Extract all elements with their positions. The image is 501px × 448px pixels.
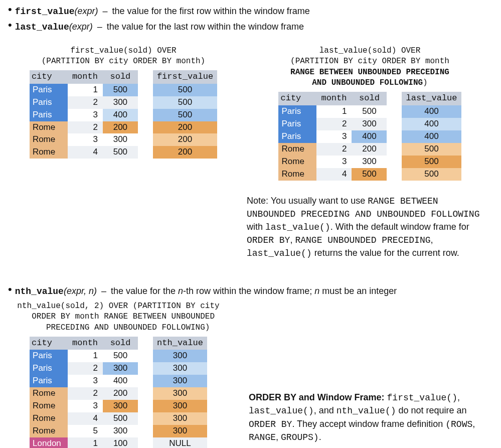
cell-city: Rome xyxy=(278,168,316,181)
bullet-dot-icon: • xyxy=(8,4,12,15)
footer-text: do not require an xyxy=(396,405,467,415)
cell-result: 300 xyxy=(153,387,207,400)
cell-month: 3 xyxy=(316,130,352,143)
table-row: Paris1500 xyxy=(30,350,138,362)
footer-code: first_value() xyxy=(387,393,457,403)
cell-result: 500 xyxy=(153,84,217,96)
th-first: first_value xyxy=(153,70,217,84)
cell-city: Rome xyxy=(278,143,316,156)
fn-name: first_value xyxy=(15,7,75,17)
first-value-input-table: city month sold Paris1500Paris2300Paris3… xyxy=(30,70,138,159)
dash: – xyxy=(101,286,106,296)
cell-sold: 500 xyxy=(352,168,387,181)
fn-desc: the value for the last row within the wi… xyxy=(107,22,304,32)
cell-month: 3 xyxy=(68,400,103,412)
cell-result: 400 xyxy=(402,105,461,118)
cell-result: 400 xyxy=(402,130,461,143)
cell-city: Rome xyxy=(30,400,68,412)
cell-city: Paris xyxy=(30,375,68,387)
note-code: last_value() xyxy=(247,248,312,258)
cell-sold: 500 xyxy=(103,412,138,425)
th-sold: sold xyxy=(352,92,387,105)
fn-desc-part: the value for the xyxy=(111,286,178,296)
table-row: Paris3400 xyxy=(30,109,138,121)
footer-code: GROUPS) xyxy=(281,432,319,442)
cell-city: Paris xyxy=(278,130,316,143)
cell-sold: 300 xyxy=(103,425,138,437)
last-value-input-table: city month sold Paris1500Paris2300Paris3… xyxy=(278,92,387,181)
th-city: city xyxy=(30,337,68,350)
cell-sold: 300 xyxy=(352,118,387,130)
table-row: Rome3300 xyxy=(278,156,387,168)
bullet-dot-icon: • xyxy=(8,284,12,295)
th-month: month xyxy=(68,70,103,84)
th-nth: nth_value xyxy=(153,337,207,350)
cell-result: 300 xyxy=(153,412,207,425)
cell-city: Paris xyxy=(30,362,68,375)
cell-result: 500 xyxy=(402,143,461,156)
cell-month: 2 xyxy=(68,387,103,400)
cell-result: 200 xyxy=(153,146,217,159)
footer-code: last_value() xyxy=(249,406,314,416)
cell-city: London xyxy=(30,437,68,448)
bullet-last-value: • last_value(expr) – the value for the l… xyxy=(8,21,493,33)
cell-city: Paris xyxy=(278,105,316,118)
table-row: 400 xyxy=(402,118,461,130)
nth-value-input-table: city month sold Paris1500Paris2300Paris3… xyxy=(30,337,138,448)
table-row: 200 xyxy=(153,133,217,146)
th-month: month xyxy=(316,92,352,105)
table-row: Rome4500 xyxy=(30,412,138,425)
cell-month: 1 xyxy=(68,350,103,362)
table-row: 500 xyxy=(402,168,461,181)
cell-result: 500 xyxy=(153,109,217,121)
table-row: Paris1500 xyxy=(278,105,387,118)
cell-month: 3 xyxy=(316,156,352,168)
cell-month: 3 xyxy=(68,133,103,146)
th-city: city xyxy=(278,92,316,105)
cell-city: Paris xyxy=(30,96,68,109)
table-row: Rome2200 xyxy=(30,121,138,134)
fn-arg: (expr) xyxy=(75,6,98,16)
cell-sold: 500 xyxy=(103,84,138,96)
last-value-tables: city month sold Paris1500Paris2300Paris3… xyxy=(247,92,493,181)
cell-month: 2 xyxy=(316,118,352,130)
footer-text: . They accept window frame definition xyxy=(292,419,445,429)
cell-sold: 100 xyxy=(103,437,138,448)
cell-month: 2 xyxy=(68,362,103,375)
cell-sold: 500 xyxy=(103,146,138,159)
th-city: city xyxy=(30,70,68,84)
cell-result: 300 xyxy=(153,362,207,375)
cell-city: Paris xyxy=(278,118,316,130)
cell-sold: 300 xyxy=(352,156,387,168)
caption-line-bold: AND UNBOUNDED FOLLOWING xyxy=(312,78,423,87)
last-value-example: last_value(sold) OVER (PARTITION BY city… xyxy=(247,46,493,260)
nth-value-example: nth_value(sold, 2) OVER (PARTITION BY ci… xyxy=(8,301,229,448)
table-row: 500 xyxy=(153,109,217,121)
n-italic: n xyxy=(314,286,319,296)
caption-line: (PARTITION BY city ORDER BY month xyxy=(290,57,449,66)
cell-sold: 400 xyxy=(103,375,138,387)
cell-month: 3 xyxy=(68,109,103,121)
table-row: 300 xyxy=(153,350,207,362)
cell-result: 200 xyxy=(153,133,217,146)
fn-desc-part: -th row within the window frame; xyxy=(183,286,314,296)
table-row: Rome2200 xyxy=(278,143,387,156)
cell-result: 300 xyxy=(153,350,207,362)
cell-city: Rome xyxy=(278,156,316,168)
footer-text: , xyxy=(472,419,475,429)
table-row: Rome4500 xyxy=(278,168,387,181)
fn-desc: the value for the first row within the w… xyxy=(112,6,310,16)
cell-sold: 300 xyxy=(103,400,138,412)
sql-caption-last: last_value(sold) OVER (PARTITION BY city… xyxy=(247,46,493,89)
cell-result: 300 xyxy=(153,400,207,412)
footer-text: , and xyxy=(314,405,337,415)
first-value-result-table: first_value 500500500200200200 xyxy=(153,70,217,159)
table-row: 500 xyxy=(153,84,217,96)
cell-result: 300 xyxy=(153,375,207,387)
table-row: Paris2300 xyxy=(30,362,138,375)
table-row: 500 xyxy=(153,96,217,109)
table-row: Paris1500 xyxy=(30,84,138,96)
cell-result: 500 xyxy=(153,96,217,109)
last-value-result-table: last_value 400400400500500500 xyxy=(402,92,461,181)
n-italic: n xyxy=(178,286,183,296)
